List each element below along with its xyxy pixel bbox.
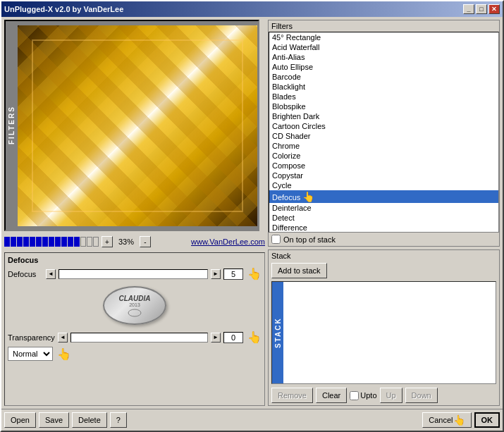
- cursor-indicator-blend: 👆: [57, 347, 71, 361]
- filter-item-blades[interactable]: Blades: [269, 92, 498, 101]
- filter-item-brightendark[interactable]: Brighten Dark: [269, 111, 498, 121]
- zoom-seg-9: [55, 237, 61, 247]
- blend-mode-select[interactable]: Normal Multiply Screen Overlay Darken Li…: [8, 347, 53, 361]
- defocus-arrow-left[interactable]: ◄: [46, 269, 56, 279]
- zoom-seg-6: [36, 237, 42, 247]
- transparency-row: Transparency ◄ ► 0 👆: [8, 331, 262, 344]
- zoom-seg-12: [74, 237, 80, 247]
- filter-item-antialias[interactable]: Anti-Alias: [269, 52, 498, 62]
- logo-area: CLAUDIA 2013: [8, 286, 262, 325]
- cancel-button[interactable]: Cancel 👆: [422, 412, 471, 428]
- stack-area: STACK: [271, 281, 496, 384]
- zoom-seg-1: [4, 237, 10, 247]
- add-to-stack-row: Add to stack: [269, 261, 499, 280]
- upto-label: Upto: [360, 391, 376, 400]
- svg-point-0: [128, 309, 141, 316]
- content-area: FILTERS: [1, 17, 503, 409]
- delete-button[interactable]: Delete: [72, 412, 107, 428]
- zoom-track: [4, 237, 99, 247]
- open-button[interactable]: Open: [4, 412, 36, 428]
- on-top-label: On top of stack: [283, 235, 336, 244]
- defocus-slider-row: Defocus ◄ ► 5 👆: [8, 267, 262, 280]
- close-button[interactable]: ✕: [488, 4, 500, 14]
- transparency-arrow-right[interactable]: ►: [211, 333, 221, 342]
- zoom-bar: + 33% - www.VanDerLee.com: [4, 234, 265, 249]
- filter-item-defocus[interactable]: Defocus 👆: [269, 190, 498, 203]
- preview-inner-border: [32, 39, 243, 212]
- defocus-arrow-right[interactable]: ►: [211, 269, 221, 279]
- filter-item-cartooncircles[interactable]: Cartoon Circles: [269, 121, 498, 131]
- ok-button[interactable]: OK: [474, 412, 500, 428]
- preview-container: FILTERS: [4, 20, 259, 231]
- add-to-stack-button[interactable]: Add to stack: [271, 263, 327, 278]
- filter-item-barcode[interactable]: Barcode: [269, 72, 498, 82]
- minimize-button[interactable]: _: [463, 4, 474, 14]
- stack-buttons: Remove Clear Upto Up Down: [269, 385, 499, 405]
- help-button[interactable]: ?: [110, 412, 127, 428]
- titlebar: UnPlugged-X v2.0 by VanDerLee _ □ ✕: [1, 1, 503, 17]
- filter-item-deinterlace[interactable]: Deinterlace: [269, 203, 498, 213]
- zoom-in-button[interactable]: +: [102, 236, 113, 247]
- filter-item-acid[interactable]: Acid Waterfall: [269, 42, 498, 52]
- filter-item-blobspike[interactable]: Blobspike: [269, 101, 498, 111]
- upto-checkbox[interactable]: [350, 391, 359, 400]
- filter-item-detect[interactable]: Detect: [269, 213, 498, 223]
- filter-item-autoellipse[interactable]: Auto Ellipse: [269, 62, 498, 72]
- zoom-seg-3: [17, 237, 23, 247]
- filters-list-container: 45° Rectangle Acid Waterfall Anti-Alias …: [269, 32, 499, 233]
- transparency-label: Transparency: [8, 333, 55, 342]
- stack-header: Stack: [269, 250, 499, 261]
- zoom-seg-2: [11, 237, 16, 247]
- left-panel: FILTERS: [4, 20, 265, 406]
- on-top-checkbox[interactable]: [271, 235, 281, 244]
- window-title: UnPlugged-X v2.0 by VanDerLee: [4, 5, 123, 13]
- blend-row: Normal Multiply Screen Overlay Darken Li…: [8, 347, 262, 361]
- filters-vertical-label: FILTERS: [6, 21, 17, 230]
- zoom-seg-14: [87, 237, 92, 247]
- filter-item-compose[interactable]: Compose: [269, 161, 498, 171]
- bottom-bar: Open Save Delete ? Cancel 👆 OK: [1, 409, 503, 431]
- maximize-button[interactable]: □: [476, 4, 487, 14]
- logo-sub: 2013: [129, 302, 140, 307]
- transparency-arrow-left[interactable]: ◄: [58, 333, 68, 342]
- filter-item-cdshader[interactable]: CD Shader: [269, 131, 498, 141]
- filter-item-colorize[interactable]: Colorize: [269, 151, 498, 161]
- defocus-label: Defocus: [8, 270, 43, 278]
- transparency-value[interactable]: 0: [223, 332, 243, 343]
- site-link[interactable]: www.VanDerLee.com: [191, 237, 265, 246]
- on-top-row: On top of stack: [269, 233, 499, 246]
- filter-item-45rect[interactable]: 45° Rectangle: [269, 32, 498, 42]
- titlebar-controls: _ □ ✕: [463, 4, 500, 14]
- zoom-seg-7: [42, 237, 48, 247]
- transparency-slider-track[interactable]: [70, 333, 208, 342]
- filters-section-header: Filters: [269, 20, 499, 32]
- zoom-seg-5: [30, 237, 35, 247]
- filter-settings-panel: Defocus Defocus ◄ ► 5 👆 CLAUDIA 2013: [4, 252, 265, 406]
- defocus-slider-track[interactable]: [59, 269, 208, 279]
- stack-vertical-label: STACK: [272, 282, 283, 383]
- logo-decoration: [128, 309, 142, 317]
- zoom-seg-4: [23, 237, 29, 247]
- right-panel: Filters 45° Rectangle Acid Waterfall Ant…: [268, 20, 500, 406]
- filters-list[interactable]: 45° Rectangle Acid Waterfall Anti-Alias …: [269, 32, 499, 233]
- logo-text: CLAUDIA: [119, 295, 151, 302]
- filters-section: Filters 45° Rectangle Acid Waterfall Ant…: [268, 20, 500, 247]
- filter-item-difference[interactable]: Difference: [269, 223, 498, 233]
- filter-item-cycle[interactable]: Cycle: [269, 180, 498, 190]
- zoom-seg-13: [80, 237, 86, 247]
- clear-button[interactable]: Clear: [316, 388, 347, 403]
- filter-item-blacklight[interactable]: Blacklight: [269, 82, 498, 92]
- zoom-seg-8: [49, 237, 54, 247]
- zoom-seg-15: [93, 237, 99, 247]
- down-button[interactable]: Down: [405, 388, 438, 403]
- up-button[interactable]: Up: [380, 388, 402, 403]
- filter-item-chrome[interactable]: Chrome: [269, 141, 498, 151]
- filter-panel-title: Defocus: [8, 256, 262, 264]
- zoom-seg-11: [68, 237, 73, 247]
- zoom-out-button[interactable]: -: [140, 236, 151, 247]
- save-button[interactable]: Save: [39, 412, 69, 428]
- defocus-value[interactable]: 5: [223, 269, 243, 280]
- claudia-logo: CLAUDIA 2013: [103, 286, 166, 325]
- remove-button[interactable]: Remove: [271, 388, 313, 403]
- filter-item-copystar[interactable]: Copystar: [269, 171, 498, 180]
